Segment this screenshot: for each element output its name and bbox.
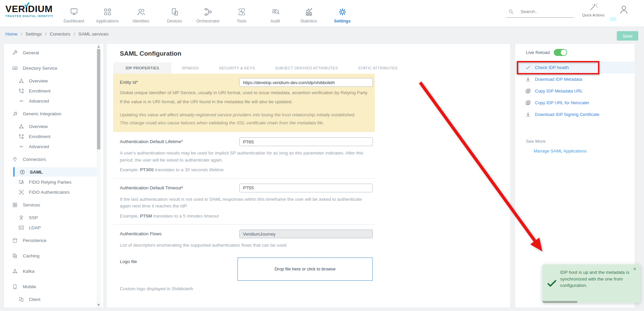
sidebar-item-label: Enrollment: [29, 88, 51, 94]
download-idp-metadata-button[interactable]: Download IDP Metadata: [515, 73, 635, 85]
live-reload-toggle[interactable]: [554, 49, 567, 56]
sidebar-item-fido-authenticators[interactable]: FIDO Authenticators: [4, 187, 103, 197]
nav-item-settings[interactable]: Settings: [326, 2, 359, 24]
devices-icon: [170, 7, 179, 16]
lifetime-example: Example: PT30S translates to a 30 second…: [120, 167, 374, 174]
nav-item-devices[interactable]: Devices: [158, 2, 191, 24]
breadcrumb-conectors[interactable]: Conectors: [50, 32, 70, 37]
sidebar-item-server[interactable]: Server: [4, 305, 103, 308]
sidebar-item-ds-advanced[interactable]: Advanced: [4, 96, 103, 106]
tab-static-attributes[interactable]: STATIC ATTRIBUTES: [348, 62, 408, 74]
nav-label: Applications: [96, 19, 118, 23]
sidebar-item-general[interactable]: General: [4, 48, 103, 57]
sidebar-item-label: SSP: [29, 215, 38, 220]
example-suffix: translates to a 30 seconds lifetime: [154, 167, 224, 172]
person-scan-icon: [18, 189, 24, 195]
entity-id-input[interactable]: [239, 78, 373, 87]
idp-action-list: Check IDP health Download IDP Metadata C…: [515, 62, 635, 120]
quick-actions-button[interactable]: Quick Actions: [580, 2, 607, 17]
audit-icon: [271, 7, 280, 16]
sidebar-item-ssp[interactable]: SSP: [4, 213, 103, 222]
nav-label: Identities: [133, 19, 149, 23]
breadcrumb-separator: /: [21, 32, 22, 37]
timeout-input[interactable]: [239, 184, 373, 192]
quick-actions-label: Quick Actions: [582, 13, 605, 17]
sidebar-item-persistence[interactable]: Persistence: [4, 236, 103, 245]
download-idp-signing-certificate-button[interactable]: Download IDP Signing Certificate: [515, 109, 635, 120]
sidebar-item-mobile[interactable]: Mobile: [4, 282, 103, 291]
sidebar-item-generic-integration[interactable]: Generic Integration: [4, 109, 103, 118]
sidebar-item-connectors[interactable]: Connectors: [4, 154, 103, 164]
user-icon: [618, 3, 629, 16]
close-icon[interactable]: ×: [633, 266, 636, 272]
nav-item-orchestrator[interactable]: Orchestrator: [191, 2, 225, 24]
screen-lock-icon: [18, 179, 24, 185]
nav-label: Statistics: [300, 19, 317, 23]
sidebar-item-kafka[interactable]: Kafka: [4, 266, 103, 276]
brand-name: VERIDIUM: [5, 4, 59, 14]
sidebar-item-gi-advanced[interactable]: Advanced: [4, 142, 103, 151]
sidebar-scrollbar[interactable]: [97, 44, 101, 308]
nav-label: Devices: [167, 19, 182, 23]
sidebar-item-saml[interactable]: SAML: [13, 167, 97, 177]
logo-dropzone[interactable]: Drop file here or click to browse: [237, 257, 373, 281]
entity-id-highlight-section: Entity Id* Global unique identifier of I…: [113, 74, 375, 132]
wrench-icon: [12, 50, 18, 56]
active-directory-icon: [12, 65, 18, 71]
sidebar-item-label: Advanced: [29, 99, 49, 104]
copy-idp-metadata-url-button[interactable]: Copy IDP Metadata URL: [515, 85, 635, 97]
example-prefix: Example,: [120, 213, 140, 219]
sidebar-item-fido-relying-parties[interactable]: FIDO Relying Parties: [4, 177, 103, 187]
nav-item-statistics[interactable]: Statistics: [292, 2, 326, 24]
nav-item-identities[interactable]: Identities: [124, 2, 158, 24]
example-code: PT5M: [140, 213, 152, 219]
sidebar-item-label: Advanced: [29, 144, 49, 149]
sidebar-item-client[interactable]: Client: [4, 295, 103, 304]
idp-properties-form: Entity Id* Global unique identifier of I…: [113, 74, 375, 291]
copy-idp-url-netscaler-button[interactable]: Copy IDP URL for Netscaler: [515, 97, 635, 109]
sidebar-item-ds-enrollment[interactable]: Enrollment: [4, 86, 103, 96]
sidebar-item-gi-enrollment[interactable]: Enrollment: [4, 132, 103, 141]
tab-spnego[interactable]: SPNEGO: [171, 62, 209, 74]
sidebar-item-directory-service[interactable]: Directory Service: [4, 63, 103, 73]
applications-icon: [103, 7, 112, 16]
veridium-logo[interactable]: VERIDIUM TRUSTED DIGITAL IDENTITY: [5, 4, 59, 18]
sidebar-item-ldap[interactable]: LDAP: [4, 223, 103, 232]
nav-item-applications[interactable]: Applications: [91, 2, 124, 24]
action-label: Copy IDP URL for Netscaler: [535, 100, 589, 105]
server-icon: [18, 307, 24, 308]
download-icon: [525, 112, 531, 117]
check-idp-health-button[interactable]: Check IDP health: [515, 62, 635, 73]
nav-label: Audit: [270, 19, 280, 23]
profile-button[interactable]: [618, 3, 629, 17]
tab-idp-properties[interactable]: IDP PROPERTIES: [113, 62, 171, 74]
breadcrumb-settings[interactable]: Settings: [26, 32, 42, 37]
search-input[interactable]: [521, 9, 569, 14]
scroll-up-arrow-icon[interactable]: [97, 46, 100, 48]
sidebar-item-label: Mobile: [23, 284, 36, 289]
lifetime-input[interactable]: [239, 137, 373, 146]
nav-item-audit[interactable]: Audit: [258, 2, 292, 24]
breadcrumb-home[interactable]: Home: [5, 32, 17, 37]
copy-icon: [525, 100, 531, 106]
statistics-icon: [304, 7, 313, 16]
sidebar-item-label: Enrollment: [29, 134, 51, 139]
orchestrator-icon: [204, 7, 213, 16]
tab-security-keys[interactable]: SECURITY & KEYS: [209, 62, 265, 74]
saml-configuration-panel: SAML Configuration IDP PROPERTIES SPNEGO…: [107, 44, 510, 308]
nav-item-tools[interactable]: Tools: [225, 2, 258, 24]
sidebar-item-ds-overview[interactable]: Overview: [4, 76, 103, 85]
sidebar-item-services[interactable]: Services: [4, 200, 103, 209]
scroll-down-arrow-icon[interactable]: [97, 304, 100, 306]
route-icon: [18, 134, 24, 139]
lifetime-description: A user's authentication results may be u…: [120, 150, 374, 164]
nav-item-dashboard[interactable]: Dashboard: [57, 2, 91, 24]
search-box[interactable]: [506, 9, 574, 18]
sidebar-item-caching[interactable]: Caching: [4, 251, 103, 260]
save-button[interactable]: Save: [617, 31, 638, 41]
manage-saml-applications-link[interactable]: Manage SAML Applications: [534, 148, 587, 153]
sidebar-item-gi-overview[interactable]: Overview: [4, 122, 103, 131]
tab-subject-derived-attributes[interactable]: SUBJECT DERIVED ATTRIBUTES: [265, 62, 348, 74]
sidebar-item-label: Connectors: [23, 157, 46, 162]
scrollbar-thumb[interactable]: [97, 49, 100, 149]
